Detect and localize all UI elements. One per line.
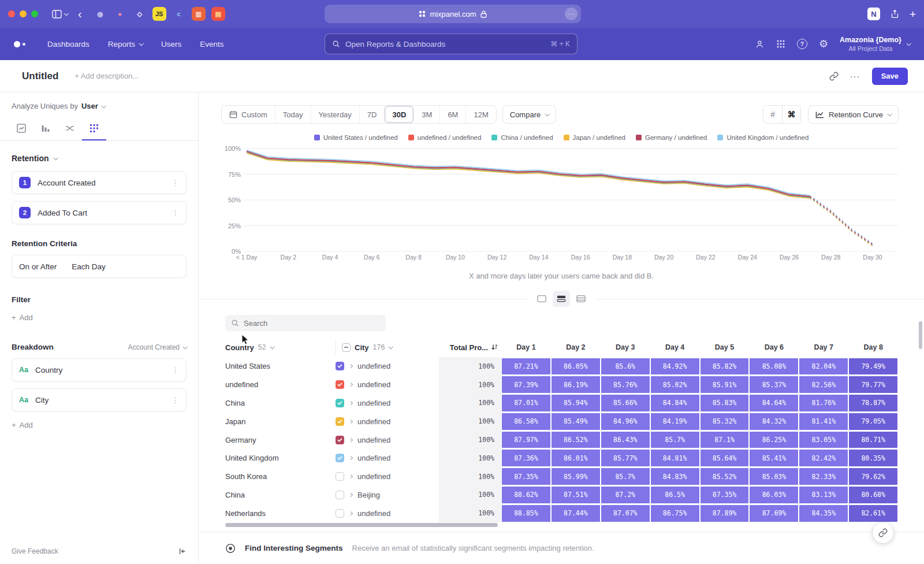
legend-item[interactable]: United Kingdom / undefined — [717, 134, 808, 141]
retention-cell[interactable]: 84.83% — [650, 467, 700, 486]
chart-type-dropdown[interactable]: Retention Curve — [808, 105, 899, 124]
retention-cell[interactable]: 85.37% — [749, 376, 799, 394]
nav-events[interactable]: Events — [200, 40, 223, 49]
share-icon[interactable] — [891, 9, 899, 18]
country-cell[interactable]: Japan — [225, 412, 336, 431]
breakdown-card-city[interactable]: Aa City ⋮ — [12, 388, 187, 411]
retention-cell[interactable]: 86.75% — [650, 504, 700, 522]
row-checkbox[interactable] — [336, 472, 344, 481]
retention-cell[interactable]: 84.32% — [749, 412, 799, 431]
help-icon[interactable]: ? — [797, 39, 807, 49]
day-column-header[interactable]: Day 6 — [749, 343, 799, 351]
expand-chevron-icon[interactable] — [349, 364, 353, 368]
retention-section-toggle[interactable]: Retention — [12, 154, 187, 163]
extension-icon[interactable]: c — [172, 7, 186, 21]
legend-item[interactable]: United States / undefined — [314, 134, 398, 141]
retention-cell[interactable]: 85.32% — [700, 412, 750, 431]
row-checkbox[interactable] — [336, 362, 344, 370]
day-column-header[interactable]: Day 5 — [700, 343, 750, 351]
table-row[interactable]: Netherlandsundefined100%88.85%87.44%87.0… — [199, 504, 924, 522]
kebab-menu-icon[interactable]: ⋮ — [172, 396, 179, 405]
retention-cell[interactable]: 87.01% — [501, 394, 551, 413]
range-custom[interactable]: Custom — [222, 106, 275, 123]
extension-icon[interactable]: ● — [113, 7, 127, 21]
retention-cell[interactable]: 87.21% — [501, 357, 551, 376]
retention-cell[interactable]: 87.36% — [501, 449, 551, 467]
extension-icon[interactable]: ◇ — [133, 7, 147, 21]
row-checkbox[interactable] — [336, 491, 344, 499]
retention-cell[interactable]: 83.13% — [799, 486, 848, 504]
table-row[interactable]: Chinaundefined100%87.01%85.94%85.66%84.8… — [199, 394, 924, 413]
retention-cell[interactable]: 82.56% — [799, 376, 848, 394]
retention-cell[interactable]: 85.76% — [601, 376, 650, 394]
address-bar[interactable]: mixpanel.com ··· — [325, 5, 581, 23]
country-cell[interactable]: China — [225, 486, 336, 504]
project-switcher[interactable]: Amazonia {Demo} All Project Data — [840, 35, 910, 52]
retention-cell[interactable]: 85.7% — [650, 431, 700, 449]
retention-cell[interactable]: 85.03% — [749, 467, 799, 486]
expand-chevron-icon[interactable] — [349, 438, 353, 442]
retention-cell[interactable]: 85.7% — [601, 467, 650, 486]
traffic-light-maximize[interactable] — [31, 10, 38, 17]
city-cell[interactable]: Beijing — [336, 486, 439, 504]
extension-icon[interactable]: ▤ — [211, 7, 225, 21]
table-only-view-icon[interactable] — [572, 291, 590, 307]
mixpanel-logo[interactable] — [14, 41, 25, 47]
range-today[interactable]: Today — [275, 106, 311, 123]
table-row[interactable]: Germanyundefined100%87.97%86.52%86.43%85… — [199, 431, 924, 449]
total-column-header[interactable]: Total Pro... — [439, 343, 501, 352]
country-cell[interactable]: China — [225, 394, 336, 413]
day-column-header[interactable]: Day 7 — [799, 343, 848, 351]
row-checkbox[interactable] — [336, 454, 344, 462]
retention-cell[interactable]: 84.96% — [601, 412, 650, 431]
legend-item[interactable]: China / undefined — [491, 134, 553, 141]
extension-icon[interactable]: ▥ — [192, 7, 206, 21]
retention-cell[interactable]: 79.49% — [848, 357, 898, 376]
compare-dropdown[interactable]: Compare — [502, 105, 556, 124]
traffic-light-close[interactable] — [8, 10, 15, 17]
breakdown-scope-dropdown[interactable]: Account Created — [128, 343, 187, 351]
city-cell[interactable]: undefined — [336, 467, 439, 486]
collapse-sidebar-icon[interactable] — [178, 547, 187, 555]
legend-item[interactable]: Germany / undefined — [636, 134, 707, 141]
criteria-each-day[interactable]: Each Day — [72, 262, 106, 271]
retention-cell[interactable]: 82.42% — [799, 449, 848, 467]
url-options-icon[interactable]: ··· — [565, 8, 578, 20]
pinned-app-icon[interactable]: N — [867, 8, 880, 20]
step-card-1[interactable]: 1 Account Created ⋮ — [12, 171, 187, 194]
report-title[interactable]: Untitled — [22, 70, 58, 82]
retention-cell[interactable]: 86.01% — [551, 449, 601, 467]
save-button[interactable]: Save — [872, 68, 908, 85]
retention-cell[interactable]: 81.41% — [799, 412, 848, 431]
expand-chevron-icon[interactable] — [349, 420, 353, 424]
retention-cell[interactable]: 85.91% — [700, 376, 750, 394]
retention-cell[interactable]: 80.35% — [848, 449, 898, 467]
retention-line-chart[interactable]: 100%75%50%25%0%< 1 DayDay 2Day 4Day 6Day… — [199, 144, 924, 263]
retention-cell[interactable]: 85.64% — [700, 449, 750, 467]
tab-retention[interactable] — [82, 117, 106, 140]
retention-cell[interactable]: 88.85% — [501, 504, 551, 522]
retention-cell[interactable]: 87.35% — [501, 467, 551, 486]
city-cell[interactable]: undefined — [336, 394, 439, 413]
search-input[interactable] — [244, 319, 380, 328]
breakdown-card-country[interactable]: Aa Country ⋮ — [12, 358, 187, 381]
retention-cell[interactable]: 86.05% — [551, 357, 601, 376]
retention-cell[interactable]: 78.87% — [848, 394, 898, 413]
nav-users[interactable]: Users — [161, 40, 181, 49]
sidebar-toggle-icon[interactable] — [52, 10, 68, 18]
share-link-fab[interactable] — [873, 522, 893, 543]
kebab-menu-icon[interactable]: ⋮ — [172, 366, 179, 374]
range-30d[interactable]: 30D — [385, 106, 414, 123]
nav-dashboards[interactable]: Dashboards — [47, 40, 90, 49]
table-row[interactable]: United Statesundefined100%87.21%86.05%85… — [199, 357, 924, 376]
retention-cell[interactable]: 79.62% — [848, 467, 898, 486]
add-description[interactable]: + Add description... — [74, 72, 139, 80]
retention-cell[interactable]: 85.49% — [551, 412, 601, 431]
retention-cell[interactable]: 87.51% — [551, 486, 601, 504]
row-checkbox[interactable] — [336, 380, 344, 389]
retention-cell[interactable]: 85.6% — [601, 357, 650, 376]
retention-cell[interactable]: 85.99% — [551, 467, 601, 486]
step-card-2[interactable]: 2 Added To Cart ⋮ — [12, 201, 187, 224]
retention-cell[interactable]: 84.92% — [650, 357, 700, 376]
find-segments-bar[interactable]: Find Interesting Segments Receive an ema… — [199, 532, 924, 564]
